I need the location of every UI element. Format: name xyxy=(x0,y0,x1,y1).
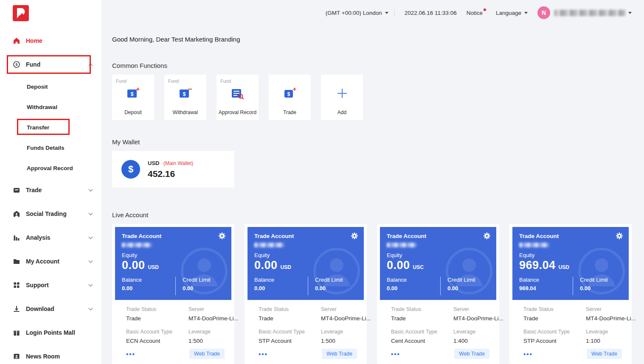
server-label: Server xyxy=(321,306,371,312)
balance-value: 0.00 xyxy=(254,285,308,291)
live-account-row: Trade Account Equity 0.00 USD Balance 0.… xyxy=(112,224,632,364)
leverage-label: Leverage xyxy=(321,329,371,335)
server-value: MT4-DooPrime-Li... xyxy=(586,315,636,322)
topbar: (GMT +00:00) London 2022.06.16 11:33:06 … xyxy=(112,0,632,25)
credit-limit-label: Credit Limit xyxy=(183,277,211,283)
balance-label: Balance xyxy=(122,277,175,283)
trade-status-label: Trade Status xyxy=(391,306,453,312)
svg-text:$: $ xyxy=(287,91,290,97)
account-type-label: Basic Account Type xyxy=(391,329,453,335)
sidebar-item-analysis[interactable]: Analysis xyxy=(0,226,101,249)
fund-submenu: Deposit Withdrawal Transfer Funds Detail… xyxy=(0,76,101,178)
sidebar-item-label: Login Points Mall xyxy=(26,329,92,336)
sidebar-item-download[interactable]: Download xyxy=(0,297,101,321)
wallet-amount: 452.16 xyxy=(148,169,193,179)
svg-text:+: + xyxy=(136,86,140,92)
sidebar-item-deposit[interactable]: Deposit xyxy=(0,76,101,97)
wallet-text: USD (Main Wallet) 452.16 xyxy=(148,160,193,179)
web-trade-button[interactable]: Web Trade xyxy=(189,349,225,359)
sidebar-item-news-room[interactable]: News Room xyxy=(0,344,101,364)
leverage-label: Leverage xyxy=(188,329,239,335)
news-room-icon xyxy=(13,353,20,360)
more-options-icon[interactable]: ••• xyxy=(259,350,268,358)
sidebar-item-label: News Room xyxy=(26,353,92,360)
more-options-icon[interactable]: ••• xyxy=(126,350,135,358)
settings-gear-icon[interactable] xyxy=(219,232,225,239)
sidebar-item-withdrawal[interactable]: Withdrawal xyxy=(0,97,101,117)
shortcut-card-approval-record[interactable]: Fund Approval Record xyxy=(217,75,259,120)
language-label: Language xyxy=(496,10,521,16)
balance-value: 0.00 xyxy=(387,285,440,291)
shortcut-card-withdrawal[interactable]: Fund $− Withdrawal xyxy=(164,75,206,120)
trade-status-label: Trade Status xyxy=(523,306,586,312)
account-type-value: STP Account xyxy=(259,338,321,344)
credit-limit-label: Credit Limit xyxy=(580,277,608,283)
chevron-up-icon xyxy=(89,63,93,67)
settings-gear-icon[interactable] xyxy=(351,232,358,239)
trade-status-label: Trade Status xyxy=(126,306,188,312)
timezone-selector[interactable]: (GMT +00:00) London xyxy=(326,10,388,16)
balance-value: 0.00 xyxy=(122,285,175,291)
sidebar-item-login-points-mall[interactable]: Login Points Mall xyxy=(0,321,101,344)
equity-label: Equity xyxy=(387,252,490,258)
shortcut-card-trade[interactable]: $+ Trade xyxy=(269,75,311,120)
sidebar-item-label: Support xyxy=(26,282,89,288)
svg-text:$: $ xyxy=(15,62,17,67)
card-label: Add xyxy=(321,109,363,115)
server-label: Server xyxy=(586,306,636,312)
account-card-title: Trade Account xyxy=(254,233,294,239)
sidebar-item-label: Social Trading xyxy=(26,210,89,217)
account-summary-panel: Trade Account Equity 0.00 USC Balance 0.… xyxy=(380,227,496,300)
web-trade-button[interactable]: Web Trade xyxy=(587,349,622,359)
notice-link[interactable]: Notice xyxy=(467,10,486,16)
sidebar-item-transfer[interactable]: Transfer xyxy=(0,117,101,137)
brand-logo[interactable] xyxy=(0,0,101,29)
equity-label: Equity xyxy=(122,252,225,258)
equity-currency: USD xyxy=(281,264,291,270)
sidebar-item-trade[interactable]: Trade xyxy=(0,178,101,202)
more-options-icon[interactable]: ••• xyxy=(523,350,533,358)
equity-value: 0.00 xyxy=(254,259,278,272)
chevron-down-icon xyxy=(89,211,93,216)
divider xyxy=(573,277,573,295)
svg-text:$: $ xyxy=(130,91,133,97)
divider xyxy=(308,277,308,295)
settings-gear-icon[interactable] xyxy=(616,232,623,239)
settings-gear-icon[interactable] xyxy=(484,232,490,239)
sidebar-item-label: Download xyxy=(26,305,89,312)
account-number-redacted xyxy=(254,243,284,247)
language-selector[interactable]: Language xyxy=(496,10,528,16)
card-label: Deposit xyxy=(112,109,154,115)
analysis-bars-icon xyxy=(13,234,20,241)
server-label: Server xyxy=(188,306,239,312)
svg-text:$: $ xyxy=(183,91,186,97)
chevron-down-icon xyxy=(89,235,93,239)
web-trade-button[interactable]: Web Trade xyxy=(322,349,357,359)
shortcut-card-add[interactable]: Add xyxy=(321,75,363,120)
wallet-card[interactable]: $ USD (Main Wallet) 452.16 xyxy=(112,151,234,188)
shortcut-card-deposit[interactable]: Fund $+ Deposit xyxy=(112,75,154,120)
sidebar-item-support[interactable]: Support xyxy=(0,273,101,297)
sidebar-item-label: Fund xyxy=(26,61,89,68)
sidebar-item-my-account[interactable]: My Account xyxy=(0,249,101,273)
sidebar-item-fund[interactable]: $ Fund xyxy=(0,53,101,76)
chevron-down-icon xyxy=(89,259,93,263)
user-menu[interactable]: N xyxy=(537,6,632,19)
sidebar-item-approval-record[interactable]: Approval Record xyxy=(0,158,101,178)
account-details-panel: Trade StatusTrade ServerMT4-DooPrime-Li.… xyxy=(512,300,629,364)
web-trade-button[interactable]: Web Trade xyxy=(454,349,489,359)
brand-logo-icon xyxy=(13,5,29,21)
more-options-icon[interactable]: ••• xyxy=(391,350,400,358)
account-type-label: Basic Account Type xyxy=(126,329,188,335)
wallet-currency: USD xyxy=(148,160,159,166)
chevron-down-icon xyxy=(385,12,388,14)
chevron-down-icon xyxy=(628,12,632,14)
trade-status-value: Trade xyxy=(523,315,586,322)
server-value: MT4-DooPrime-Li... xyxy=(321,315,371,322)
greeting: Good Morning, Dear Test Marketing Brandi… xyxy=(112,36,632,43)
sidebar-item-funds-details[interactable]: Funds Details xyxy=(0,137,101,158)
sidebar-item-home[interactable]: Home xyxy=(0,29,101,53)
account-card-title: Trade Account xyxy=(387,233,426,239)
gift-icon xyxy=(13,329,20,336)
sidebar-item-social-trading[interactable]: Social Trading xyxy=(0,202,101,226)
